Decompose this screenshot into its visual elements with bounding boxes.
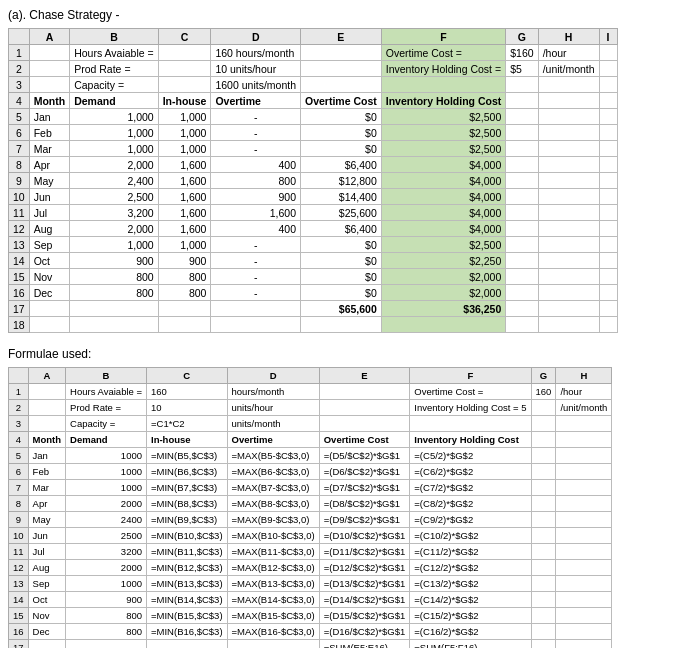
cell-otcost: $12,800 bbox=[300, 173, 381, 189]
table-row: 13 Sep 1,000 1,000 - $0 $2,500 bbox=[9, 237, 618, 253]
row-num: 7 bbox=[9, 480, 29, 496]
cell-month-f: Feb bbox=[28, 464, 66, 480]
cell-invcost: $2,000 bbox=[381, 285, 506, 301]
cell-i bbox=[599, 285, 617, 301]
col-invcost-header-b: Inventory Holding Cost bbox=[410, 432, 531, 448]
col-header-c: C bbox=[158, 29, 211, 45]
cell-b1: Hours Avaiable = bbox=[70, 45, 158, 61]
cell-h-f bbox=[556, 512, 612, 528]
cell-overtime: - bbox=[211, 237, 301, 253]
row-num: 8 bbox=[9, 496, 29, 512]
cell-i bbox=[599, 173, 617, 189]
cell-demand-f: 800 bbox=[66, 608, 147, 624]
cell-demand: 2,400 bbox=[70, 173, 158, 189]
cell-a3b bbox=[28, 416, 66, 432]
cell-h-f bbox=[556, 592, 612, 608]
cell-demand-f: 2000 bbox=[66, 560, 147, 576]
cell-i2 bbox=[599, 61, 617, 77]
row-num: 13 bbox=[9, 237, 30, 253]
cell-c1 bbox=[158, 45, 211, 61]
cell-h bbox=[538, 157, 599, 173]
cell-invcost: $4,000 bbox=[381, 157, 506, 173]
cell-a3 bbox=[29, 77, 70, 93]
cell-a2b bbox=[28, 400, 66, 416]
cell-h bbox=[538, 221, 599, 237]
col-header-e-b: E bbox=[319, 368, 410, 384]
cell-otcost: $0 bbox=[300, 253, 381, 269]
cell-e1b bbox=[319, 384, 410, 400]
cell-i bbox=[599, 221, 617, 237]
row-num-2: 2 bbox=[9, 61, 30, 77]
col-header-f: F bbox=[381, 29, 506, 45]
cell-otcost-f: =(D5/$C$2)*$G$1 bbox=[319, 448, 410, 464]
cell-otcost-f: =(D11/$C$2)*$G$1 bbox=[319, 544, 410, 560]
cell-h18 bbox=[538, 317, 599, 333]
cell-invcost-f: =(C7/2)*$G$2 bbox=[410, 480, 531, 496]
cell-inhouse: 800 bbox=[158, 285, 211, 301]
cell-overtime-f: =MAX(B13-$C$3,0) bbox=[227, 576, 319, 592]
cell-inhouse-f: =MIN(B10,$C$3) bbox=[147, 528, 228, 544]
cell-otcost: $14,400 bbox=[300, 189, 381, 205]
cell-month-f: Sep bbox=[28, 576, 66, 592]
cell-invcost-f: =(C6/2)*$G$2 bbox=[410, 464, 531, 480]
cell-overtime-f: =MAX(B7-$C$3,0) bbox=[227, 480, 319, 496]
col-header-b-b: B bbox=[66, 368, 147, 384]
cell-demand: 1,000 bbox=[70, 109, 158, 125]
cell-d18 bbox=[211, 317, 301, 333]
cell-overtime: 400 bbox=[211, 221, 301, 237]
cell-i bbox=[599, 157, 617, 173]
cell-month: Jan bbox=[29, 109, 70, 125]
cell-invcost-f: =(C9/2)*$G$2 bbox=[410, 512, 531, 528]
cell-otcost-f: =(D10/$C$2)*$G$1 bbox=[319, 528, 410, 544]
cell-otcost: $0 bbox=[300, 269, 381, 285]
table-row: 16 Dec 800 800 - $0 $2,000 bbox=[9, 285, 618, 301]
row-num-4: 4 bbox=[9, 93, 30, 109]
cell-month: Mar bbox=[29, 141, 70, 157]
formulae-label: Formulae used: bbox=[8, 347, 667, 361]
cell-demand-f: 2500 bbox=[66, 528, 147, 544]
cell-g bbox=[506, 285, 538, 301]
cell-i bbox=[599, 269, 617, 285]
cell-inhouse-f: =MIN(B7,$C$3) bbox=[147, 480, 228, 496]
cell-invcost: $2,250 bbox=[381, 253, 506, 269]
cell-overtime: - bbox=[211, 141, 301, 157]
cell-demand-f: 800 bbox=[66, 624, 147, 640]
cell-invcost: $2,000 bbox=[381, 269, 506, 285]
cell-a18 bbox=[29, 317, 70, 333]
cell-otcost: $0 bbox=[300, 285, 381, 301]
cell-demand: 2,000 bbox=[70, 157, 158, 173]
cell-month-f: May bbox=[28, 512, 66, 528]
table-row: 10 Jun 2500 =MIN(B10,$C$3) =MAX(B10-$C$3… bbox=[9, 528, 612, 544]
cell-d3: 1600 units/month bbox=[211, 77, 301, 93]
cell-overtime-f: =MAX(B6-$C$3,0) bbox=[227, 464, 319, 480]
cell-overtime-f: =MAX(B5-$C$3,0) bbox=[227, 448, 319, 464]
cell-inhouse-f: =MIN(B11,$C$3) bbox=[147, 544, 228, 560]
cell-otcost-f: =(D16/$C$2)*$G$1 bbox=[319, 624, 410, 640]
cell-inhouse-f: =MIN(B14,$C$3) bbox=[147, 592, 228, 608]
row-num: 17 bbox=[9, 640, 29, 649]
cell-d1b: hours/month bbox=[227, 384, 319, 400]
cell-h bbox=[538, 173, 599, 189]
cell-g4 bbox=[506, 93, 538, 109]
cell-month: Jun bbox=[29, 189, 70, 205]
col-header-h-b: H bbox=[556, 368, 612, 384]
cell-overtime: - bbox=[211, 285, 301, 301]
cell-month: Aug bbox=[29, 221, 70, 237]
cell-demand: 800 bbox=[70, 269, 158, 285]
cell-h1: /hour bbox=[538, 45, 599, 61]
table-b: A B C D E F G H 1 Hours Avaiable = 160 h… bbox=[8, 367, 612, 648]
cell-invcost-f: =(C11/2)*$G$2 bbox=[410, 544, 531, 560]
table-row: 12 Aug 2,000 1,600 400 $6,400 $4,000 bbox=[9, 221, 618, 237]
cell-h-f bbox=[556, 480, 612, 496]
table-row: 1 Hours Avaiable = 160 hours/month Overt… bbox=[9, 384, 612, 400]
cell-invcost: $4,000 bbox=[381, 189, 506, 205]
cell-inhouse-f: =MIN(B5,$C$3) bbox=[147, 448, 228, 464]
cell-otcost-f: =(D7/$C$2)*$G$1 bbox=[319, 480, 410, 496]
cell-f2b: Inventory Holding Cost = 5 bbox=[410, 400, 531, 416]
cell-overtime: 1,600 bbox=[211, 205, 301, 221]
cell-h-f bbox=[556, 560, 612, 576]
cell-i17 bbox=[599, 301, 617, 317]
cell-h-f bbox=[556, 608, 612, 624]
cell-e2 bbox=[300, 61, 381, 77]
cell-f1: Overtime Cost = bbox=[381, 45, 506, 61]
